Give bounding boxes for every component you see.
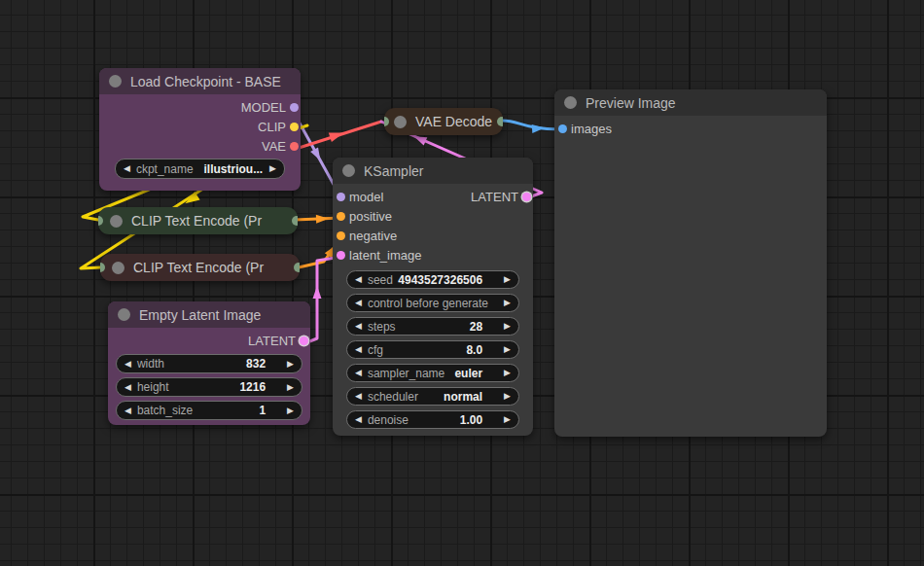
input-label: positive — [349, 209, 392, 224]
increment-arrow-icon[interactable]: ▶ — [504, 299, 511, 307]
increment-arrow-icon[interactable]: ▶ — [287, 360, 294, 369]
node-empty-latent[interactable]: Empty Latent Image LATENT ◀ width 832 ▶ … — [108, 301, 310, 425]
input-slot-images: images — [554, 119, 827, 138]
decrement-arrow-icon[interactable]: ◀ — [355, 299, 362, 307]
increment-arrow-icon[interactable]: ▶ — [287, 383, 294, 392]
collapse-dot-icon[interactable] — [564, 96, 577, 109]
decrement-arrow-icon[interactable]: ◀ — [124, 164, 130, 173]
input-slot-model: model LATENT — [333, 187, 533, 206]
port-vae-output[interactable] — [290, 142, 299, 151]
node-clip-encode-negative[interactable]: CLIP Text Encode (Pr — [100, 254, 300, 281]
node-body: images — [554, 116, 827, 437]
widget-value: 1.00 — [460, 413, 482, 427]
port-conditioning-output[interactable] — [294, 263, 300, 272]
node-vae-decode[interactable]: VAE Decode — [384, 108, 503, 135]
node-ksampler-titlebar[interactable]: KSampler — [333, 158, 533, 184]
widget-width[interactable]: ◀ width 832 ▶ — [116, 354, 302, 373]
port-conditioning-output[interactable] — [292, 216, 298, 226]
port-model-output[interactable] — [290, 103, 299, 112]
collapse-dot-icon[interactable] — [342, 164, 355, 177]
decrement-arrow-icon[interactable]: ◀ — [355, 392, 362, 401]
increment-arrow-icon[interactable]: ▶ — [504, 415, 511, 424]
wire-clip-negative-arrow — [183, 192, 200, 208]
output-slot-vae: VAE — [99, 136, 301, 156]
widget-seed[interactable]: ◀ seed 4943527326506 ▶ — [346, 270, 519, 289]
decrement-arrow-icon[interactable]: ◀ — [355, 345, 362, 354]
increment-arrow-icon[interactable]: ▶ — [504, 322, 511, 331]
input-slot-negative: negative — [333, 226, 533, 245]
output-label: CLIP — [258, 120, 286, 134]
port-clip-output[interactable] — [290, 123, 299, 131]
widget-value: 1 — [259, 404, 266, 417]
node-load-checkpoint-titlebar[interactable]: Load Checkpoint - BASE — [99, 68, 301, 94]
decrement-arrow-icon[interactable]: ◀ — [355, 415, 362, 424]
widget-value: illustriou... — [204, 162, 264, 176]
widget-height[interactable]: ◀ height 1216 ▶ — [116, 377, 302, 397]
node-body: LATENT ◀ width 832 ▶ ◀ height 1216 ▶ ◀ b… — [108, 328, 310, 425]
node-body: model LATENT positive negative latent_im… — [333, 184, 533, 436]
comfyui-canvas[interactable]: { "ui": { "arrow_left": "◀", "arrow_righ… — [0, 0, 924, 566]
increment-arrow-icon[interactable]: ▶ — [287, 407, 294, 415]
increment-arrow-icon[interactable]: ▶ — [504, 345, 511, 354]
node-preview-image[interactable]: Preview Image images — [554, 89, 827, 437]
collapse-dot-icon[interactable] — [118, 308, 130, 321]
node-title: CLIP Text Encode (Pr — [131, 213, 262, 229]
port-negative-input[interactable] — [337, 231, 345, 240]
output-label: LATENT — [248, 334, 296, 348]
node-ksampler[interactable]: KSampler model LATENT positive negative … — [333, 158, 533, 436]
input-label: negative — [349, 229, 397, 243]
decrement-arrow-icon[interactable]: ◀ — [355, 322, 362, 331]
increment-arrow-icon[interactable]: ▶ — [504, 275, 511, 284]
output-label: MODEL — [241, 100, 286, 115]
widget-ckpt-name[interactable]: ◀ ckpt_name illustriou... ▶ — [115, 159, 285, 179]
port-clip-input[interactable] — [100, 263, 105, 272]
widget-label: width — [137, 357, 164, 371]
widget-control-before-generate[interactable]: ◀ control before generate ▶ — [346, 294, 519, 312]
widget-cfg[interactable]: ◀ cfg 8.0 ▶ — [346, 340, 519, 359]
port-model-input[interactable] — [337, 193, 345, 201]
node-load-checkpoint[interactable]: Load Checkpoint - BASE MODEL CLIP VAE ◀ … — [99, 68, 301, 191]
node-title: Empty Latent Image — [139, 307, 261, 323]
decrement-arrow-icon[interactable]: ◀ — [124, 360, 131, 369]
widget-steps[interactable]: ◀ steps 28 ▶ — [346, 317, 519, 336]
node-clip-encode-positive[interactable]: CLIP Text Encode (Pr — [98, 207, 298, 234]
input-slot-latent-image: latent_image — [333, 245, 533, 265]
port-images-input[interactable] — [558, 124, 567, 133]
port-positive-input[interactable] — [337, 212, 345, 221]
collapse-dot-icon[interactable] — [394, 116, 407, 128]
port-latent-output[interactable] — [522, 193, 531, 201]
collapse-dot-icon[interactable] — [112, 262, 124, 274]
decrement-arrow-icon[interactable]: ◀ — [355, 369, 362, 377]
widget-label: control before generate — [368, 297, 488, 310]
decrement-arrow-icon[interactable]: ◀ — [355, 275, 362, 284]
port-image-output[interactable] — [497, 117, 503, 126]
output-label: VAE — [262, 139, 286, 154]
increment-arrow-icon[interactable]: ▶ — [504, 369, 511, 377]
port-latent-output[interactable] — [300, 336, 308, 345]
port-clip-input[interactable] — [98, 216, 103, 226]
widget-sampler-name[interactable]: ◀ sampler_name euler ▶ — [346, 364, 519, 382]
port-latent-image-input[interactable] — [337, 251, 345, 260]
widget-denoise[interactable]: ◀ denoise 1.00 ▶ — [346, 410, 519, 429]
port-vae-decode-input[interactable] — [384, 117, 389, 126]
node-empty-latent-titlebar[interactable]: Empty Latent Image — [108, 301, 310, 328]
node-preview-image-titlebar[interactable]: Preview Image — [554, 89, 827, 116]
decrement-arrow-icon[interactable]: ◀ — [124, 383, 131, 392]
widget-label: height — [137, 380, 169, 394]
widget-value: euler — [454, 367, 482, 380]
node-title: Preview Image — [586, 95, 676, 111]
widget-value: normal — [444, 390, 482, 404]
input-label: model — [349, 190, 383, 204]
node-title: Load Checkpoint - BASE — [130, 74, 281, 89]
wire-latent-arrow — [313, 286, 322, 299]
input-slot-positive: positive — [333, 206, 533, 226]
widget-batch-size[interactable]: ◀ batch_size 1 ▶ — [116, 401, 302, 420]
widget-scheduler[interactable]: ◀ scheduler normal ▶ — [346, 387, 519, 406]
increment-arrow-icon[interactable]: ▶ — [269, 164, 276, 173]
increment-arrow-icon[interactable]: ▶ — [504, 392, 511, 401]
output-slot-model: MODEL — [99, 97, 301, 117]
wire-image — [503, 121, 561, 129]
decrement-arrow-icon[interactable]: ◀ — [124, 407, 131, 415]
collapse-dot-icon[interactable] — [110, 215, 123, 228]
collapse-dot-icon[interactable] — [109, 75, 122, 88]
